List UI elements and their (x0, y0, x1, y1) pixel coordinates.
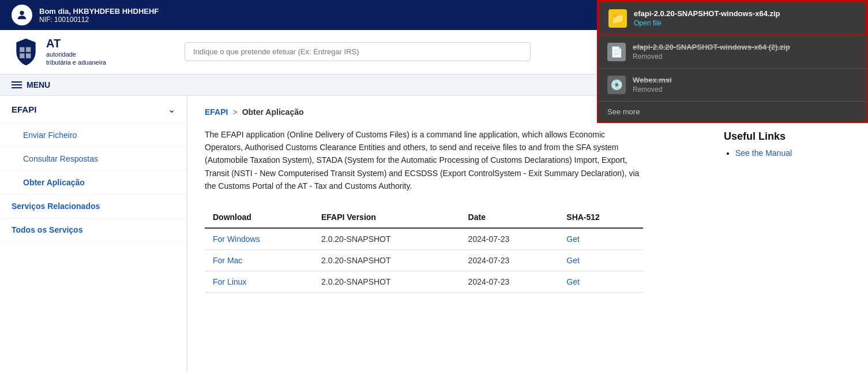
sidebar-efapi-header[interactable]: EFAPI ⌄ (0, 96, 187, 124)
download-link-2[interactable]: For Linux (213, 277, 246, 286)
download-item-2-info: efapi-2.0.20-SNAPSHOT-windows-x64 (2).zi… (633, 43, 790, 61)
download-item-1: 📁 efapi-2.0.20-SNAPSHOT-windows-x64.zip … (598, 1, 867, 36)
sidebar-link-servicos-relacionados[interactable]: Serviços Relacionados (12, 202, 100, 211)
sidebar-link-consultar-respostas[interactable]: Consultar Respostas (23, 154, 98, 163)
download-item-2: 📄 efapi-2.0.20-SNAPSHOT-windows-x64 (2).… (598, 36, 867, 69)
main-layout: EFAPI ⌄ Enviar Ficheiro Consultar Respos… (0, 96, 868, 373)
table-cell-sha-2: Get (558, 271, 643, 292)
download-link-1[interactable]: For Mac (213, 256, 242, 265)
download-item-3-info: Webex.msi Removed (633, 76, 672, 94)
table-cell-date-2: 2024-07-23 (460, 271, 559, 292)
table-cell-version-1: 2.0.20-SNAPSHOT (313, 249, 460, 271)
logo-at-text: AT (46, 37, 106, 50)
table-cell-version-0: 2.0.20-SNAPSHOT (313, 228, 460, 250)
sidebar-link-todos-servicos[interactable]: Todos os Serviços (12, 225, 82, 234)
logo-subtitle1: autoridade (46, 50, 106, 58)
table-cell-sha-0: Get (558, 228, 643, 250)
logo-text: AT autoridade tributária e aduaneira (46, 37, 106, 67)
logo-area: AT autoridade tributária e aduaneira (12, 37, 173, 67)
search-input[interactable] (185, 42, 531, 61)
sidebar-item-servicos-relacionados[interactable]: Serviços Relacionados (0, 195, 187, 218)
download-item-2-name: efapi-2.0.20-SNAPSHOT-windows-x64 (2).zi… (633, 43, 790, 51)
table-col-version: EFAPI Version (313, 207, 460, 228)
sidebar-item-enviar-ficheiro[interactable]: Enviar Ficheiro (0, 124, 187, 147)
description-text: The EFAPI application (Online Delivery o… (205, 128, 643, 193)
sidebar: EFAPI ⌄ Enviar Ficheiro Consultar Respos… (0, 96, 187, 373)
sidebar-link-obter-aplicacao[interactable]: Obter Aplicação (23, 178, 85, 187)
see-more-button[interactable]: See more (598, 102, 867, 122)
see-manual-link[interactable]: See the Manual (735, 148, 792, 158)
nif-text: NIF: 100100112 (39, 16, 159, 24)
msi-icon: 💿 (607, 76, 626, 94)
table-cell-version-2: 2.0.20-SNAPSHOT (313, 271, 460, 292)
useful-links-list: See the Manual (724, 148, 851, 158)
svg-rect-4 (26, 53, 31, 58)
sidebar-item-obter-aplicacao[interactable]: Obter Aplicação (0, 171, 187, 195)
download-item-3: 💿 Webex.msi Removed (598, 69, 867, 102)
download-item-1-name: efapi-2.0.20-SNAPSHOT-windows-x64.zip (634, 9, 780, 18)
download-table: Download EFAPI Version Date SHA-512 For … (205, 207, 643, 293)
breadcrumb-separator: > (232, 107, 237, 117)
open-file-link[interactable]: Open file (634, 19, 780, 27)
sha-link-1[interactable]: Get (566, 256, 580, 265)
useful-links-panel: Useful Links See the Manual (724, 130, 851, 158)
download-item-2-status: Removed (633, 53, 790, 61)
sha-link-2[interactable]: Get (566, 277, 580, 286)
table-cell-date-1: 2024-07-23 (460, 249, 559, 271)
chevron-down-icon: ⌄ (168, 104, 175, 115)
sha-link-0[interactable]: Get (566, 234, 580, 244)
table-cell-download-1: For Mac (205, 249, 313, 271)
table-row: For Mac2.0.20-SNAPSHOT2024-07-23Get (205, 249, 643, 271)
logo-shield-icon (12, 38, 40, 66)
table-col-download: Download (205, 207, 313, 228)
svg-point-0 (20, 11, 24, 15)
download-item-1-info: efapi-2.0.20-SNAPSHOT-windows-x64.zip Op… (634, 9, 780, 27)
sidebar-link-enviar-ficheiro[interactable]: Enviar Ficheiro (23, 130, 77, 140)
table-row: For Linux2.0.20-SNAPSHOT2024-07-23Get (205, 271, 643, 292)
table-header-row: Download EFAPI Version Date SHA-512 (205, 207, 643, 228)
folder-icon: 📁 (608, 9, 627, 28)
user-info: Bom dia, HKBYHDFEB HHDHEHF NIF: 10010011… (39, 7, 159, 24)
table-row: For Windows2.0.20-SNAPSHOT2024-07-23Get (205, 228, 643, 250)
menu-label: MENU (27, 80, 50, 89)
table-cell-sha-1: Get (558, 249, 643, 271)
list-item-see-manual: See the Manual (735, 148, 851, 158)
breadcrumb-current: Obter Aplicação (242, 107, 304, 117)
table-col-sha: SHA-512 (558, 207, 643, 228)
sidebar-item-todos-servicos[interactable]: Todos os Serviços (0, 218, 187, 242)
hamburger-icon (12, 81, 22, 88)
file-gray-icon: 📄 (607, 43, 626, 61)
sidebar-efapi-title[interactable]: EFAPI (12, 105, 36, 114)
breadcrumb-link[interactable]: EFAPI (205, 107, 228, 117)
sidebar-item-consultar-respostas[interactable]: Consultar Respostas (0, 147, 187, 171)
svg-rect-3 (20, 53, 24, 58)
logo-subtitle2: tributária e aduaneira (46, 58, 106, 66)
svg-rect-1 (20, 47, 24, 51)
useful-links-title: Useful Links (724, 130, 851, 143)
download-link-0[interactable]: For Windows (213, 234, 260, 244)
download-item-3-status: Removed (633, 85, 672, 94)
table-cell-download-2: For Linux (205, 271, 313, 292)
content-area: EFAPI > Obter Aplicação PT | EN The EFAP… (187, 96, 868, 373)
greeting-text: Bom dia, HKBYHDFEB HHDHEHF (39, 7, 159, 16)
svg-rect-2 (26, 47, 31, 51)
download-item-3-name: Webex.msi (633, 76, 672, 84)
table-cell-download-0: For Windows (205, 228, 313, 250)
table-col-date: Date (460, 207, 559, 228)
download-panel: 📁 efapi-2.0.20-SNAPSHOT-windows-x64.zip … (597, 0, 868, 123)
table-cell-date-0: 2024-07-23 (460, 228, 559, 250)
avatar (12, 5, 32, 25)
